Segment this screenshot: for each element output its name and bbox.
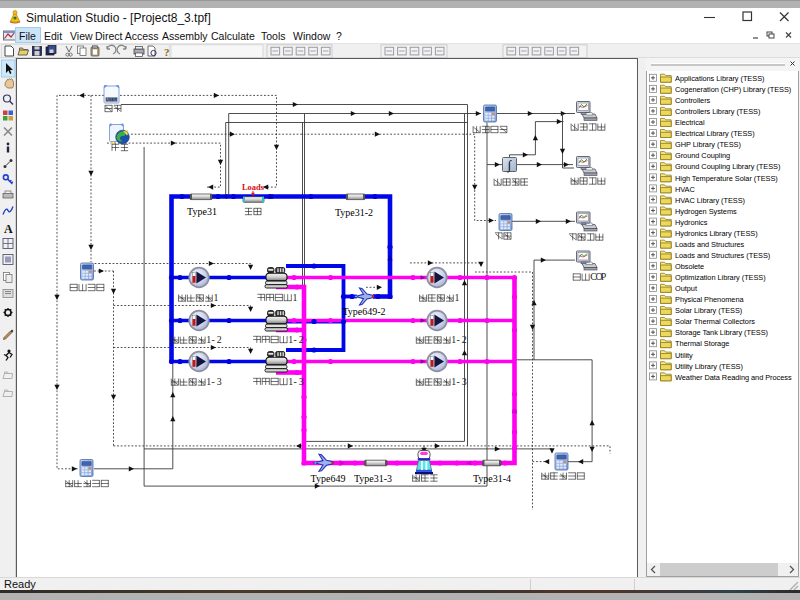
svg-text:∫: ∫ bbox=[507, 158, 512, 173]
svg-text:Controllers: Controllers bbox=[675, 96, 711, 105]
svg-text:3: 3 bbox=[462, 376, 467, 387]
svg-text:Storage Tank Library (TESS): Storage Tank Library (TESS) bbox=[675, 328, 768, 337]
svg-text:Output: Output bbox=[675, 284, 697, 293]
svg-text:Utility Library (TESS): Utility Library (TESS) bbox=[675, 362, 743, 371]
svg-text:Electrical: Electrical bbox=[675, 118, 705, 127]
svg-text:Utility: Utility bbox=[675, 351, 693, 360]
svg-text:Solar Library (TESS): Solar Library (TESS) bbox=[675, 306, 742, 315]
svg-text:-: - bbox=[456, 376, 459, 387]
svg-text:Type31: Type31 bbox=[187, 206, 217, 217]
svg-text:Controllers Library (TESS): Controllers Library (TESS) bbox=[675, 107, 760, 116]
svg-text:High Temperature Solar (TESS): High Temperature Solar (TESS) bbox=[675, 174, 778, 183]
svg-text:HVAC: HVAC bbox=[675, 185, 695, 194]
svg-text:Loads and Structures (TESS): Loads and Structures (TESS) bbox=[675, 251, 770, 260]
svg-text:Physical Phenomena: Physical Phenomena bbox=[675, 295, 744, 304]
svg-text:-: - bbox=[456, 334, 459, 345]
svg-text:Cogeneration (CHP) Library (TE: Cogeneration (CHP) Library (TESS) bbox=[675, 85, 791, 94]
svg-text:Type31-3: Type31-3 bbox=[354, 473, 392, 484]
svg-text:1: 1 bbox=[213, 292, 218, 303]
svg-text:Type649: Type649 bbox=[311, 473, 346, 484]
svg-text:Electrical Library (TESS): Electrical Library (TESS) bbox=[675, 129, 755, 138]
svg-text:3: 3 bbox=[299, 376, 304, 387]
svg-text:Applications Library (TESS): Applications Library (TESS) bbox=[675, 74, 764, 83]
svg-text:?: ? bbox=[164, 46, 170, 58]
svg-text:P: P bbox=[601, 271, 607, 282]
svg-text:Weather Data Reading and Proce: Weather Data Reading and Process bbox=[675, 373, 792, 382]
svg-text:GHP Library (TESS): GHP Library (TESS) bbox=[675, 140, 741, 149]
svg-text:Type31-4: Type31-4 bbox=[473, 473, 511, 484]
svg-text:3: 3 bbox=[217, 376, 222, 387]
svg-text:USER: USER bbox=[106, 97, 118, 102]
svg-text:Obsolete: Obsolete bbox=[675, 262, 704, 271]
svg-text:1: 1 bbox=[292, 292, 297, 303]
svg-text:2: 2 bbox=[217, 334, 222, 345]
svg-text:1: 1 bbox=[454, 292, 459, 303]
svg-text:A: A bbox=[4, 222, 13, 236]
svg-text:Ground Coupling: Ground Coupling bbox=[675, 151, 730, 160]
svg-text:Loads: Loads bbox=[242, 182, 265, 192]
svg-text:2: 2 bbox=[299, 334, 304, 345]
svg-text:Hydrogen Systems: Hydrogen Systems bbox=[675, 207, 737, 216]
svg-text:-: - bbox=[293, 376, 296, 387]
svg-text:Type649-2: Type649-2 bbox=[342, 306, 385, 317]
svg-text:Loads and Structures: Loads and Structures bbox=[675, 240, 745, 249]
svg-text:Type31-2: Type31-2 bbox=[335, 207, 373, 218]
svg-text:Hydronics: Hydronics bbox=[675, 218, 708, 227]
svg-text:Hydronics Library (TESS): Hydronics Library (TESS) bbox=[675, 229, 758, 238]
svg-text:Ground Coupling Library (TESS): Ground Coupling Library (TESS) bbox=[675, 162, 780, 171]
svg-text:-: - bbox=[211, 376, 214, 387]
svg-text:2: 2 bbox=[462, 334, 467, 345]
svg-text:Thermal Storage: Thermal Storage bbox=[675, 339, 729, 348]
svg-text:HVAC Library (TESS): HVAC Library (TESS) bbox=[675, 196, 745, 205]
svg-text:-: - bbox=[211, 334, 214, 345]
svg-text:Optimization Library (TESS): Optimization Library (TESS) bbox=[675, 273, 766, 282]
svg-text:-: - bbox=[293, 334, 296, 345]
svg-text:Solar Thermal Collectors: Solar Thermal Collectors bbox=[675, 317, 755, 326]
